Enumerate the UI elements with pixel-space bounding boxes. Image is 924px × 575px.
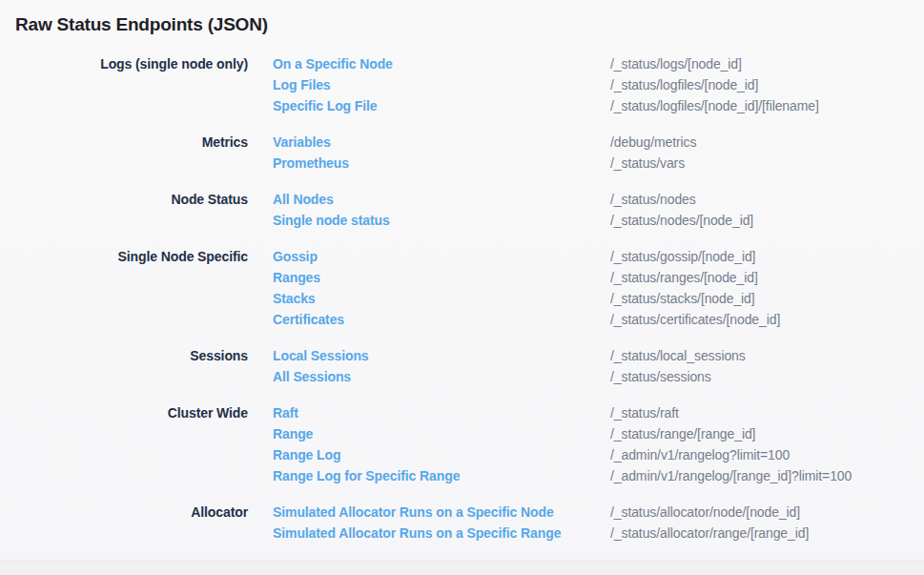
endpoint-row: Single node status /_status/nodes/[node_… [273, 210, 924, 231]
section-category: Sessions [15, 345, 248, 366]
section-metrics: Metrics Variables /debug/metrics Prometh… [0, 132, 924, 174]
section-rows: Local Sessions /_status/local_sessions A… [273, 345, 924, 387]
section-category: Logs (single node only) [15, 53, 248, 74]
section-category: Allocator [15, 502, 248, 523]
section-category: Cluster Wide [15, 402, 248, 423]
section-rows: All Nodes /_status/nodes Single node sta… [273, 189, 924, 231]
endpoint-row: All Nodes /_status/nodes [273, 189, 924, 210]
endpoint-row: Simulated Allocator Runs on a Specific N… [273, 502, 924, 523]
section-rows: On a Specific Node /_status/logs/[node_i… [273, 53, 924, 116]
endpoint-link[interactable]: Log Files [273, 74, 331, 95]
endpoint-path: /debug/metrics [610, 132, 924, 153]
endpoint-link[interactable]: Single node status [273, 210, 390, 231]
page-title: Raw Status Endpoints (JSON) [15, 13, 909, 36]
section-logs: Logs (single node only) On a Specific No… [0, 53, 924, 116]
section-sessions: Sessions Local Sessions /_status/local_s… [0, 345, 924, 387]
endpoint-path: /_status/certificates/[node_id] [610, 309, 924, 330]
section-rows: Simulated Allocator Runs on a Specific N… [273, 502, 924, 544]
endpoint-path: /_status/nodes [610, 189, 924, 210]
endpoint-path: /_status/logs/[node_id] [610, 53, 924, 74]
endpoint-row: Range /_status/range/[range_id] [273, 423, 924, 444]
endpoint-path: /_status/stacks/[node_id] [610, 288, 924, 309]
endpoint-row: On a Specific Node /_status/logs/[node_i… [273, 53, 924, 74]
endpoint-row: Prometheus /_status/vars [273, 153, 924, 174]
page-header: Raw Status Endpoints (JSON) [0, 0, 924, 36]
endpoint-row: Variables /debug/metrics [273, 132, 924, 153]
endpoint-link[interactable]: Ranges [273, 267, 320, 288]
endpoint-row: Certificates /_status/certificates/[node… [273, 309, 924, 330]
endpoint-link[interactable]: All Nodes [273, 189, 334, 210]
section-rows: Gossip /_status/gossip/[node_id] Ranges … [273, 246, 924, 330]
endpoint-path: /_status/sessions [610, 366, 924, 387]
endpoint-link[interactable]: Certificates [273, 309, 344, 330]
endpoint-link[interactable]: Variables [273, 132, 331, 153]
endpoint-link[interactable]: Stacks [273, 288, 316, 309]
endpoint-path: /_status/gossip/[node_id] [610, 246, 924, 267]
endpoint-link[interactable]: Prometheus [273, 153, 349, 174]
endpoint-path: /_status/logfiles/[node_id] [610, 74, 924, 95]
endpoint-path: /_status/allocator/range/[range_id] [610, 523, 924, 544]
endpoint-path: /_status/vars [610, 153, 924, 174]
endpoint-link[interactable]: Simulated Allocator Runs on a Specific N… [273, 502, 554, 523]
endpoint-link[interactable]: Simulated Allocator Runs on a Specific R… [273, 523, 561, 544]
section-category: Single Node Specific [15, 246, 248, 267]
endpoint-path: /_status/ranges/[node_id] [610, 267, 924, 288]
endpoint-link[interactable]: Range Log [273, 444, 340, 465]
debug-endpoints-page: Raw Status Endpoints (JSON) Logs (single… [0, 0, 924, 575]
endpoint-path: /_status/nodes/[node_id] [610, 210, 924, 231]
section-single-node-specific: Single Node Specific Gossip /_status/gos… [0, 246, 924, 330]
endpoint-link[interactable]: Raft [273, 402, 298, 423]
endpoint-row: Raft /_status/raft [273, 402, 924, 423]
endpoint-row: Range Log /_admin/v1/rangelog?limit=100 [273, 444, 924, 465]
section-node-status: Node Status All Nodes /_status/nodes Sin… [0, 189, 924, 231]
endpoint-row: Range Log for Specific Range /_admin/v1/… [273, 465, 924, 486]
section-rows: Variables /debug/metrics Prometheus /_st… [273, 132, 924, 174]
section-rows: Raft /_status/raft Range /_status/range/… [273, 402, 924, 486]
endpoint-path: /_admin/v1/rangelog/[range_id]?limit=100 [610, 465, 924, 486]
footer-band [0, 560, 924, 575]
endpoint-link[interactable]: Specific Log File [273, 95, 378, 116]
endpoint-link[interactable]: Local Sessions [273, 345, 369, 366]
endpoints-list: Logs (single node only) On a Specific No… [0, 53, 924, 544]
endpoint-path: /_status/range/[range_id] [610, 423, 924, 444]
section-allocator: Allocator Simulated Allocator Runs on a … [0, 502, 924, 544]
endpoint-row: Log Files /_status/logfiles/[node_id] [273, 74, 924, 95]
endpoint-row: Gossip /_status/gossip/[node_id] [273, 246, 924, 267]
endpoint-link[interactable]: Range Log for Specific Range [273, 465, 460, 486]
endpoint-path: /_status/logfiles/[node_id]/[filename] [610, 95, 924, 116]
endpoint-link[interactable]: On a Specific Node [273, 53, 393, 74]
endpoint-row: Specific Log File /_status/logfiles/[nod… [273, 95, 924, 116]
endpoint-link[interactable]: Gossip [273, 246, 318, 267]
section-category: Metrics [15, 132, 248, 153]
endpoint-path: /_status/allocator/node/[node_id] [610, 502, 924, 523]
endpoint-row: Ranges /_status/ranges/[node_id] [273, 267, 924, 288]
endpoint-link[interactable]: Range [273, 423, 313, 444]
section-cluster-wide: Cluster Wide Raft /_status/raft Range /_… [0, 402, 924, 486]
endpoint-link[interactable]: All Sessions [273, 366, 351, 387]
endpoint-path: /_status/local_sessions [610, 345, 924, 366]
endpoint-row: Stacks /_status/stacks/[node_id] [273, 288, 924, 309]
endpoint-row: All Sessions /_status/sessions [273, 366, 924, 387]
endpoint-path: /_status/raft [610, 402, 924, 423]
endpoint-path: /_admin/v1/rangelog?limit=100 [610, 444, 924, 465]
endpoint-row: Local Sessions /_status/local_sessions [273, 345, 924, 366]
section-category: Node Status [15, 189, 248, 210]
endpoint-row: Simulated Allocator Runs on a Specific R… [273, 523, 924, 544]
